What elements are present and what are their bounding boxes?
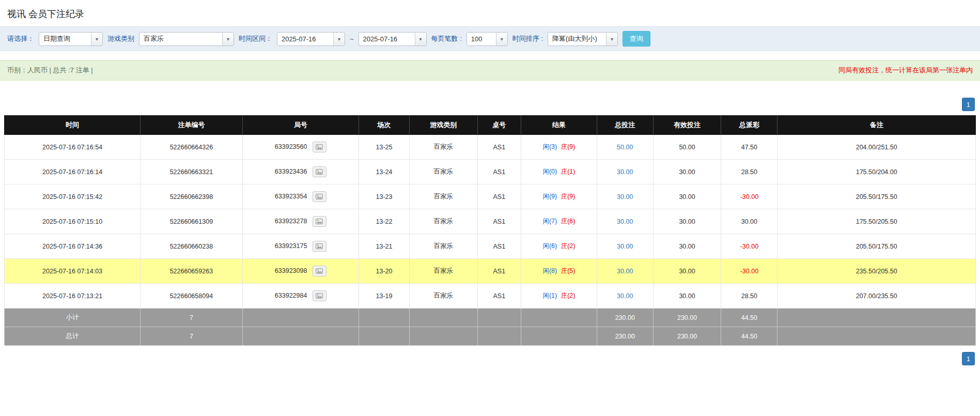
cell-note: 205.50/175.50 <box>777 234 976 259</box>
cell-valid-bet: 30.00 <box>653 160 721 184</box>
cell-time: 2025-07-16 07:16:14 <box>5 160 141 184</box>
total-bet-link[interactable]: 50.00 <box>617 144 633 151</box>
cell-session: 13-25 <box>359 135 410 160</box>
cell-time: 2025-07-16 07:15:10 <box>5 209 141 234</box>
page-1-button[interactable]: 1 <box>962 352 975 365</box>
cell-time: 2025-07-16 07:13:21 <box>5 284 141 309</box>
cell-time: 2025-07-16 07:15:42 <box>5 184 141 209</box>
cell-game-type: 百家乐 <box>409 234 477 259</box>
cell-valid-bet: 30.00 <box>653 234 721 259</box>
total-empty-cell <box>242 327 359 346</box>
pagination-top: 1 <box>0 98 980 111</box>
header-time: 时间 <box>5 116 141 135</box>
result-banker: 庄(5) <box>561 267 575 274</box>
round-number: 633923436 <box>275 168 307 175</box>
table-row: 2025-07-16 07:14:36 522660660238 6339231… <box>5 234 976 259</box>
round-result-image-icon[interactable] <box>313 191 326 202</box>
total-payout: 44.50 <box>721 327 777 346</box>
cell-valid-bet: 30.00 <box>653 209 721 234</box>
cell-round-id: 633923560 <box>242 135 359 160</box>
total-bet-link[interactable]: 30.00 <box>617 292 633 300</box>
subtotal-empty-cell <box>521 309 597 327</box>
cell-total-bet: 30.00 <box>597 160 653 184</box>
cell-result: 闲(9) 庄(9) <box>521 184 597 209</box>
cell-payout: -30.00 <box>721 234 777 259</box>
cell-time: 2025-07-16 07:16:54 <box>5 135 141 160</box>
cell-round-id: 633923354 <box>242 184 359 209</box>
cell-total-bet: 30.00 <box>597 284 653 309</box>
cell-note: 235.50/205.50 <box>777 259 976 284</box>
subtotal-row: 小计 7 230.00 230.00 44.50 <box>5 309 976 327</box>
total-empty-cell <box>477 327 521 346</box>
total-bet-link[interactable]: 30.00 <box>617 218 633 225</box>
subtotal-valid-bet: 230.00 <box>653 309 721 327</box>
bet-records-table: 时间 注单编号 局号 场次 游戏类别 桌号 结果 总投注 有效投注 总派彩 备注… <box>4 115 976 346</box>
round-number: 633923354 <box>275 193 307 200</box>
result-banker: 庄(9) <box>561 193 575 200</box>
subtotal-note <box>777 309 976 327</box>
result-banker: 庄(2) <box>561 292 575 299</box>
cell-bet-id: 522660663321 <box>141 160 242 184</box>
cell-bet-id: 522660661309 <box>141 209 242 234</box>
cell-table-no: AS1 <box>477 259 521 284</box>
cell-total-bet: 50.00 <box>597 135 653 160</box>
total-bet-link[interactable]: 30.00 <box>617 268 633 275</box>
result-banker: 庄(2) <box>561 242 575 250</box>
date-to-input[interactable] <box>359 33 415 45</box>
header-session: 场次 <box>359 116 410 135</box>
page-size-input[interactable] <box>467 33 496 45</box>
total-empty-cell <box>521 327 597 346</box>
cell-payout: -30.00 <box>721 259 777 284</box>
search-button[interactable]: 查询 <box>623 31 650 47</box>
result-player: 闲(1) <box>542 292 557 299</box>
cell-session: 13-24 <box>359 160 410 184</box>
cell-result: 闲(6) 庄(2) <box>521 234 597 259</box>
cell-payout: 28.50 <box>721 160 777 184</box>
time-sort-input[interactable] <box>548 33 606 45</box>
round-result-image-icon[interactable] <box>313 142 326 152</box>
chevron-down-icon[interactable]: ▾ <box>415 33 426 45</box>
table-row: 2025-07-16 07:16:14 522660663321 6339234… <box>5 160 976 184</box>
round-result-image-icon[interactable] <box>313 241 326 252</box>
cell-time: 2025-07-16 07:14:36 <box>5 234 141 259</box>
cell-note: 204.00/251.50 <box>777 135 976 160</box>
cell-bet-id: 522660659263 <box>141 259 242 284</box>
cell-round-id: 633923175 <box>242 234 359 259</box>
round-result-image-icon[interactable] <box>313 290 326 301</box>
subtotal-empty-cell <box>242 309 359 327</box>
cell-round-id: 633923278 <box>242 209 359 234</box>
result-banker: 庄(1) <box>561 168 575 175</box>
cell-note: 205.50/175.50 <box>777 184 976 209</box>
round-result-image-icon[interactable] <box>313 216 326 227</box>
game-type-input[interactable] <box>139 33 222 45</box>
result-player: 闲(3) <box>542 143 557 150</box>
total-bet-link[interactable]: 30.00 <box>617 243 633 250</box>
game-type-combo: ▾ <box>139 32 234 46</box>
total-total-bet: 230.00 <box>597 327 653 346</box>
cell-valid-bet: 30.00 <box>653 259 721 284</box>
header-result: 结果 <box>521 116 597 135</box>
time-sort-combo: ▾ <box>548 32 618 46</box>
chevron-down-icon[interactable]: ▾ <box>606 33 617 45</box>
query-type-input[interactable] <box>39 33 91 45</box>
page-1-button[interactable]: 1 <box>962 98 975 111</box>
chevron-down-icon[interactable]: ▾ <box>333 33 345 45</box>
total-note <box>777 327 976 346</box>
cell-total-bet: 30.00 <box>597 234 653 259</box>
result-player: 闲(0) <box>542 168 557 175</box>
round-result-image-icon[interactable] <box>313 266 326 276</box>
round-result-image-icon[interactable] <box>313 166 326 177</box>
cell-result: 闲(1) 庄(2) <box>521 284 597 309</box>
subtotal-empty-cell <box>409 309 477 327</box>
cell-valid-bet: 30.00 <box>653 284 721 309</box>
chevron-down-icon[interactable]: ▾ <box>496 33 507 45</box>
table-row: 2025-07-16 07:15:42 522660662398 6339233… <box>5 184 976 209</box>
subtotal-empty-cell <box>359 309 410 327</box>
chevron-down-icon[interactable]: ▾ <box>91 33 102 45</box>
total-bet-link[interactable]: 30.00 <box>617 168 633 176</box>
chevron-down-icon[interactable]: ▾ <box>222 33 234 45</box>
cell-round-id: 633923098 <box>242 259 359 284</box>
date-from-input[interactable] <box>277 33 333 45</box>
total-bet-link[interactable]: 30.00 <box>617 193 633 201</box>
table-row: 2025-07-16 07:13:21 522660658094 6339229… <box>5 284 976 309</box>
